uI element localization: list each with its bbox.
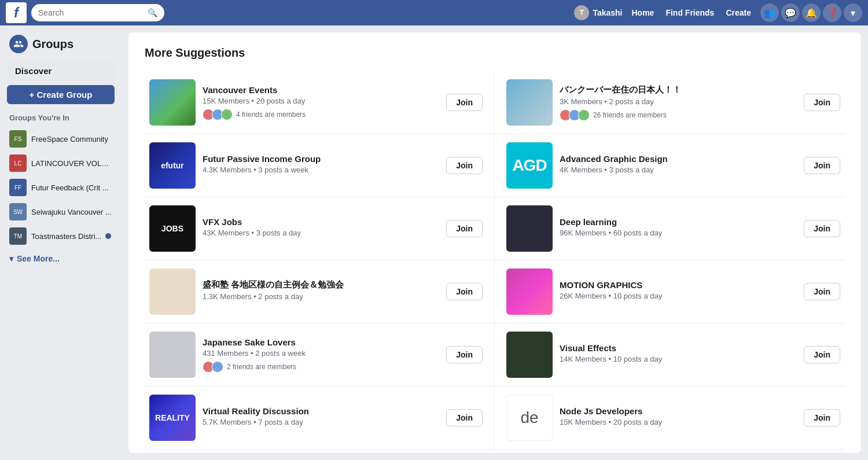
group-name: Futur Passive Income Group <box>203 154 439 164</box>
group-thumb: JOBS <box>149 205 196 252</box>
chevron-down-icon[interactable]: ▾ <box>844 3 862 22</box>
friend-avatars <box>203 361 223 373</box>
group-info: Japanese Sake Lovers431 Members • 2 post… <box>203 337 439 373</box>
group-name: Visual Effects <box>560 343 797 353</box>
join-button[interactable]: Join <box>446 283 483 300</box>
group-thumb <box>149 332 196 378</box>
search-input[interactable] <box>38 8 145 17</box>
facebook-logo[interactable]: f <box>6 2 27 23</box>
sidebar-group-thumb: FF <box>9 179 27 196</box>
group-info: Advanced Graphic Design4K Members • 3 po… <box>560 154 797 178</box>
group-thumb <box>506 332 553 378</box>
sidebar-group-name: Seiwajuku Vancouver ... <box>31 208 112 216</box>
sidebar-item-futur-feedback[interactable]: FF Futur Feedback (Crit ... <box>7 175 115 200</box>
group-name: Node Js Developers <box>560 406 797 416</box>
sidebar-item-latincouver[interactable]: LC LATINCOUVER VOLU... <box>7 151 115 175</box>
join-button[interactable]: Join <box>804 409 840 426</box>
people-icon[interactable]: 👥 <box>760 3 779 22</box>
group-card: Deep learning96K Members • 60 posts a da… <box>495 197 845 260</box>
help-icon[interactable]: ❓ <box>823 3 841 22</box>
join-button[interactable]: Join <box>804 346 840 363</box>
nav-find-friends[interactable]: Find Friends <box>665 8 714 17</box>
groups-grid: Vancouver Events15K Members • 20 posts a… <box>145 71 845 450</box>
group-name: バンクーバー在住の日本人！！ <box>560 84 797 95</box>
sidebar-group-thumb: TM <box>9 227 27 245</box>
main-content: More Suggestions Vancouver Events15K Mem… <box>128 32 861 453</box>
discover-button[interactable]: Discover <box>7 61 115 80</box>
group-meta: 96K Members • 60 posts a day <box>560 229 797 237</box>
group-meta: 26K Members • 10 posts a day <box>560 292 797 300</box>
sidebar-group-name: LATINCOUVER VOLU... <box>31 159 112 168</box>
search-icon: 🔍 <box>148 8 157 17</box>
join-button[interactable]: Join <box>804 94 840 111</box>
group-thumb <box>506 205 553 252</box>
join-button[interactable]: Join <box>446 94 483 111</box>
group-info: Node Js Developers15K Members • 20 posts… <box>560 406 797 430</box>
groups-you-in-label: Groups You're In <box>7 113 115 122</box>
sidebar-item-freespace[interactable]: FS FreeSpace Community <box>7 127 115 151</box>
group-name: Vancouver Events <box>203 85 439 95</box>
group-info: Deep learning96K Members • 60 posts a da… <box>560 217 797 241</box>
sidebar-item-seiwajuku[interactable]: SW Seiwajuku Vancouver ... <box>7 200 115 224</box>
group-meta: 3K Members • 2 posts a day <box>560 97 797 106</box>
group-name: MOTION GRAPHICS <box>560 280 797 290</box>
join-button[interactable]: Join <box>446 346 483 363</box>
group-card: efuturFutur Passive Income Group4.3K Mem… <box>145 134 495 197</box>
search-bar[interactable]: 🔍 <box>31 4 164 21</box>
bell-icon[interactable]: 🔔 <box>802 3 821 22</box>
join-button[interactable]: Join <box>804 220 840 237</box>
join-button[interactable]: Join <box>804 157 840 174</box>
create-group-button[interactable]: + Create Group <box>7 85 115 104</box>
group-card: バンクーバー在住の日本人！！3K Members • 2 posts a day… <box>495 71 845 134</box>
group-card: deNode Js Developers15K Members • 20 pos… <box>495 387 845 450</box>
friends-text: 2 friends are members <box>227 363 296 371</box>
group-meta: 5.7K Members • 7 posts a day <box>203 418 439 426</box>
avatar: T <box>574 5 589 20</box>
group-card: AGDAdvanced Graphic Design4K Members • 3… <box>495 134 845 197</box>
chevron-down-icon: ▾ <box>9 254 13 263</box>
group-info: Futur Passive Income Group4.3K Members •… <box>203 154 439 178</box>
group-card: 盛和塾 各地区様の自主例会＆勉強会1.3K Members • 2 posts … <box>145 260 495 323</box>
group-thumb: efutur <box>149 142 196 189</box>
group-thumb: de <box>506 395 553 441</box>
group-meta: 43K Members • 3 posts a day <box>203 229 439 237</box>
see-more-button[interactable]: ▾ See More... <box>7 251 115 267</box>
nav-icon-group: 👥 💬 🔔 ❓ ▾ <box>760 3 862 22</box>
messenger-icon[interactable]: 💬 <box>781 3 800 22</box>
join-button[interactable]: Join <box>804 283 840 300</box>
group-name: Virtual Reality Discussion <box>203 406 439 416</box>
friends-row: 2 friends are members <box>203 361 439 373</box>
join-button[interactable]: Join <box>446 157 483 174</box>
nav-home[interactable]: Home <box>632 8 654 17</box>
group-info: Vancouver Events15K Members • 20 posts a… <box>203 85 439 120</box>
group-meta: 14K Members • 10 posts a day <box>560 355 797 363</box>
group-thumb <box>506 268 553 315</box>
sidebar-item-toastmasters[interactable]: TM Toastmasters Distri... <box>7 224 115 248</box>
notification-dot <box>105 233 111 239</box>
friends-text: 26 friends are members <box>593 111 667 119</box>
group-card: Vancouver Events15K Members • 20 posts a… <box>145 71 495 134</box>
group-thumb <box>149 268 196 315</box>
group-meta: 4K Members • 3 posts a day <box>560 165 797 174</box>
group-name: VFX Jobs <box>203 217 439 227</box>
page-layout: Groups Discover + Create Group Groups Yo… <box>0 0 868 460</box>
nav-links: Home Find Friends Create <box>632 8 752 17</box>
group-info: VFX Jobs43K Members • 3 posts a day <box>203 217 439 241</box>
nav-username: Takashi <box>593 8 622 17</box>
group-name: Japanese Sake Lovers <box>203 337 439 347</box>
group-info: Visual Effects14K Members • 10 posts a d… <box>560 343 797 367</box>
nav-create[interactable]: Create <box>726 8 751 17</box>
fb-f-letter: f <box>14 5 19 21</box>
nav-user-profile[interactable]: T Takashi <box>574 5 622 20</box>
groups-icon <box>9 35 28 53</box>
see-more-label: See More... <box>17 254 60 263</box>
group-meta: 1.3K Members • 2 posts a day <box>203 292 439 301</box>
group-name: Deep learning <box>560 217 797 227</box>
join-button[interactable]: Join <box>446 409 483 426</box>
sidebar-title-row: Groups <box>7 35 115 53</box>
group-meta: 15K Members • 20 posts a day <box>560 418 797 426</box>
group-thumb <box>506 79 553 126</box>
group-card: JOBSVFX Jobs43K Members • 3 posts a dayJ… <box>145 197 495 260</box>
sidebar-group-name: Futur Feedback (Crit ... <box>31 183 109 192</box>
join-button[interactable]: Join <box>446 220 483 237</box>
